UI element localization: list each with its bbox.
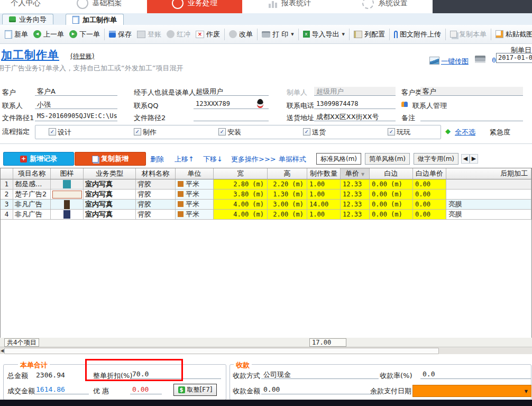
add-record-button[interactable]: + 新增记录 xyxy=(3,152,74,166)
remark-field[interactable] xyxy=(420,112,523,121)
cell-edge[interactable]: 0.00 (m) xyxy=(370,179,413,190)
cell-edge[interactable]: 0.00 (m) xyxy=(370,210,413,220)
file-path1-field[interactable]: MS-20160905QJVE:C:\Users xyxy=(35,112,117,121)
payment-method-field[interactable]: 公司现金 xyxy=(261,370,379,379)
cell-edge_price[interactable]: 0.00 xyxy=(413,200,446,210)
col-header-edge-price[interactable]: 白边单价 xyxy=(413,168,446,179)
scrollbar-thumb[interactable] xyxy=(4,348,439,354)
handler-field[interactable]: 超级用户 xyxy=(194,87,269,96)
horizontal-scrollbar[interactable]: ◀ xyxy=(0,347,532,354)
more-actions-link[interactable]: 更多操作>>> xyxy=(231,155,276,164)
cell-h[interactable]: 2.00 (m) xyxy=(268,210,307,220)
deal-amount-field[interactable]: 1614.86 xyxy=(34,385,89,394)
coupon-field[interactable]: 0.00 xyxy=(130,385,162,394)
cell-qty[interactable]: 1.00 xyxy=(307,210,341,220)
customer-category-field[interactable]: 客户 xyxy=(420,87,523,96)
nav-business-process[interactable]: 业务处理 xyxy=(147,0,242,13)
style-tab-standard[interactable]: 标准风格(m) xyxy=(316,153,361,165)
save-button[interactable]: 保存 xyxy=(106,28,134,41)
move-up-link[interactable]: 上移↑ xyxy=(175,155,194,164)
scroll-left-icon[interactable]: ◀ xyxy=(1,348,4,353)
cell-edge_price[interactable]: 0.00 xyxy=(413,179,446,190)
delete-link[interactable]: 删除 xyxy=(150,155,164,164)
print-count-icon[interactable] xyxy=(475,56,485,63)
col-header-unit[interactable]: 单位 xyxy=(176,168,214,179)
checkbox-install[interactable]: ✓ xyxy=(218,128,226,136)
move-down-link[interactable]: 下移↓ xyxy=(203,155,223,164)
col-header-unit-price[interactable]: 单价▼ xyxy=(341,168,370,179)
payment-rate-field[interactable]: 0.0 xyxy=(420,370,531,379)
payment-amount-field[interactable]: 0.00 xyxy=(261,385,379,394)
one-click-upload-link[interactable]: 一键传图 xyxy=(441,57,469,66)
cell-price[interactable]: 12.33 xyxy=(341,179,370,190)
col-header-quantity[interactable]: 制作数量 xyxy=(307,168,341,179)
copy-add-button[interactable]: 复制新增 xyxy=(75,152,146,166)
cell-edge_price[interactable]: 0.00 xyxy=(413,210,446,220)
style-tab-lettering[interactable]: 做字专用(m) xyxy=(414,153,458,165)
order-date-field[interactable]: 2017-01-05 xyxy=(496,53,532,63)
col-header-business-type[interactable]: 业务类型 xyxy=(84,168,136,179)
phone-field[interactable]: 13099874478 xyxy=(314,100,396,109)
tab-scroll-left-icon[interactable]: ◀ xyxy=(461,154,470,164)
column-config-button[interactable]: 列配置 xyxy=(351,28,388,41)
cell-h[interactable]: 2.20 (m) xyxy=(268,179,307,190)
copy-pages-icon xyxy=(450,31,457,38)
col-header-item-name[interactable]: 项目名称 xyxy=(13,168,51,179)
prev-order-button[interactable]: ◀上一单 xyxy=(31,28,67,41)
cell-edge[interactable]: 0.00 (m) xyxy=(370,190,413,200)
nav-report-stats[interactable]: 报表统计 xyxy=(242,0,338,13)
cell-w[interactable]: 4.00 (m) xyxy=(214,200,268,210)
select-none-link[interactable]: 全不选 xyxy=(455,128,475,137)
cell-w[interactable]: 2.80 (m) xyxy=(214,179,268,190)
address-field[interactable]: 成都XX区XX街XX号 xyxy=(314,112,396,121)
nav-personal-center[interactable]: 个人中心 xyxy=(0,0,52,13)
col-header-width[interactable]: 宽 xyxy=(214,168,268,179)
round-off-button[interactable]: $ 取整[F7] xyxy=(173,384,217,396)
doc-style-link[interactable]: 单据样式 xyxy=(279,155,306,164)
cell-unit: 平米 xyxy=(176,179,214,190)
cell-price[interactable]: 12.33 xyxy=(341,210,370,220)
contact-field[interactable]: 小强 xyxy=(35,100,117,109)
cell-w[interactable]: 3.80 (m) xyxy=(214,190,268,200)
checkbox-deliver[interactable]: ✓ xyxy=(303,128,310,136)
page-title[interactable]: 加工制作单 xyxy=(1,48,59,62)
modify-order-button[interactable]: 改单 xyxy=(226,28,255,41)
cell-qty[interactable]: 14.00 xyxy=(307,200,341,210)
col-header-sample[interactable]: 图样 xyxy=(51,168,84,179)
cell-edge_price[interactable]: 0.00 xyxy=(413,190,446,200)
col-header-height[interactable]: 高 xyxy=(268,168,307,179)
checkbox-play[interactable]: ✓ xyxy=(388,128,395,136)
cell-price[interactable]: 12.33 xyxy=(341,200,370,210)
cell-w[interactable]: 4.00 (m) xyxy=(214,210,268,220)
tab-scroll-right-icon[interactable]: ▶ xyxy=(470,154,478,164)
tab-business-wizard[interactable]: 业务向导 xyxy=(2,14,53,24)
nav-base-archives[interactable]: 基础档案 xyxy=(51,0,148,13)
tab-processing-order[interactable]: 加工制作单 xyxy=(66,14,124,25)
checkbox-make[interactable]: ✓ xyxy=(134,128,141,136)
print-button[interactable]: 打 印▼ xyxy=(259,28,297,41)
paste-screenshot-button[interactable]: 粘贴截图 xyxy=(493,28,532,41)
contact-management-link[interactable]: 联系人管理 xyxy=(412,101,447,111)
qq-penguin-icon[interactable] xyxy=(257,99,263,108)
new-order-button[interactable]: 新单 xyxy=(2,28,31,41)
cell-h[interactable]: 3.00 (m) xyxy=(268,200,307,210)
checkbox-design[interactable]: ✓ xyxy=(49,128,56,136)
void-button[interactable]: ×作废 xyxy=(193,28,223,41)
attachment-upload-button[interactable]: 图文附件上传 xyxy=(391,28,444,41)
col-header-white-edge[interactable]: 白边 xyxy=(370,168,413,179)
col-header-rownum[interactable] xyxy=(1,168,13,179)
cell-h[interactable]: 1.30 (m) xyxy=(268,190,307,200)
col-header-material[interactable]: 材料名称 xyxy=(136,168,176,179)
customer-field[interactable]: 客户A xyxy=(35,87,117,96)
nav-system-settings[interactable]: 系统设置 xyxy=(337,0,433,13)
due-date-dropdown[interactable]: ▼ xyxy=(412,385,531,397)
cell-price[interactable]: 12.33 xyxy=(341,190,370,200)
next-order-button[interactable]: ▶下一单 xyxy=(67,28,103,41)
cell-qty[interactable]: 1.00 xyxy=(307,190,341,200)
col-header-post-process[interactable]: 后期加工 xyxy=(446,168,531,179)
style-tab-simple[interactable]: 简单风格(m) xyxy=(365,153,410,165)
file-path2-field[interactable] xyxy=(194,112,269,121)
cell-edge[interactable]: 0.00 (m) xyxy=(370,200,413,210)
import-export-button[interactable]: x导入导出▼ xyxy=(300,28,347,41)
cell-qty[interactable]: 1.00 xyxy=(307,179,341,190)
